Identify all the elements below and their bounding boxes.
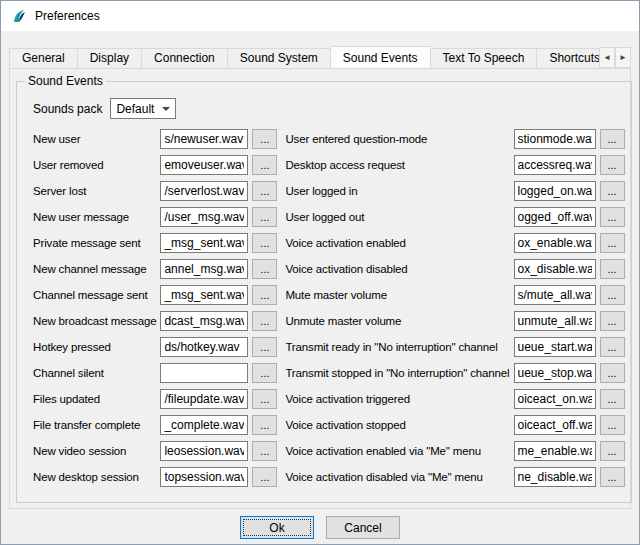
ok-button[interactable]: Ok [240,516,314,539]
browse-button[interactable]: ... [600,441,625,461]
sound-event-row: New desktop session... [33,467,277,487]
browse-button[interactable]: ... [600,155,625,175]
sound-file-input[interactable] [160,207,248,227]
browse-button[interactable]: ... [600,207,625,227]
sounds-pack-label: Sounds pack [33,102,102,116]
browse-button[interactable]: ... [252,181,277,201]
tab-text-to-speech[interactable]: Text To Speech [430,48,538,68]
browse-button[interactable]: ... [252,311,277,331]
sound-file-input[interactable] [514,363,596,383]
browse-button[interactable]: ... [600,363,625,383]
browse-button[interactable]: ... [600,311,625,331]
sound-events-grid: New user...User removed...Server lost...… [17,119,631,487]
tab-page-sound-events: Sound Events Sounds pack Default New use… [9,68,631,509]
browse-button[interactable]: ... [252,259,277,279]
events-column-right: User entered question-mode...Desktop acc… [285,129,624,487]
sound-file-input[interactable] [160,389,248,409]
sound-file-input[interactable] [514,155,596,175]
sound-file-input[interactable] [160,285,248,305]
sound-file-input[interactable] [514,441,596,461]
sound-file-input[interactable] [160,233,248,253]
browse-button[interactable]: ... [600,129,625,149]
browse-button[interactable]: ... [252,337,277,357]
tab-display[interactable]: Display [77,48,142,68]
event-label: Files updated [33,393,160,405]
sound-file-input[interactable] [514,207,596,227]
sound-file-input[interactable] [160,259,248,279]
sound-file-input[interactable] [160,441,248,461]
event-label: Channel silent [33,367,160,379]
sound-event-row: New channel message... [33,259,277,279]
sound-file-input[interactable] [514,181,596,201]
preferences-dialog: Preferences GeneralDisplayConnectionSoun… [0,0,640,545]
event-label: User logged out [285,211,513,223]
browse-button[interactable]: ... [600,233,625,253]
sound-file-input[interactable] [514,415,596,435]
event-label: New user message [33,211,160,223]
sound-file-input[interactable] [160,311,248,331]
browse-button[interactable]: ... [252,467,277,487]
sound-file-input[interactable] [160,155,248,175]
window-title: Preferences [35,9,100,23]
sound-file-input[interactable] [160,129,248,149]
dialog-button-row: Ok Cancel [1,509,639,545]
sound-file-input[interactable] [160,415,248,435]
event-label: Transmit ready in "No interruption" chan… [285,341,513,353]
tab-general[interactable]: General [9,48,78,68]
browse-button[interactable]: ... [600,337,625,357]
browse-button[interactable]: ... [252,155,277,175]
sound-file-input[interactable] [514,337,596,357]
sound-file-input[interactable] [514,129,596,149]
sound-file-input[interactable] [514,467,596,487]
event-label: User entered question-mode [285,133,513,145]
sound-file-input[interactable] [160,337,248,357]
browse-button[interactable]: ... [600,259,625,279]
sound-event-row: New user... [33,129,277,149]
browse-button[interactable]: ... [600,181,625,201]
browse-button[interactable]: ... [252,285,277,305]
browse-button[interactable]: ... [600,285,625,305]
tab-scroller: ◄ ► [599,47,631,68]
event-label: Voice activation triggered [285,393,513,405]
event-label: Voice activation stopped [285,419,513,431]
browse-button[interactable]: ... [600,415,625,435]
browse-button[interactable]: ... [252,389,277,409]
browse-button[interactable]: ... [252,207,277,227]
sound-event-row: Voice activation enabled... [285,233,624,253]
sound-file-input[interactable] [514,285,596,305]
sound-file-input[interactable] [160,363,248,383]
tab-scroll-right-button[interactable]: ► [615,47,631,68]
sound-file-input[interactable] [160,467,248,487]
sound-event-row: Hotkey pressed... [33,337,277,357]
event-label: New broadcast message [33,315,160,327]
tab-sound-events[interactable]: Sound Events [330,46,431,68]
tab-scroll-left-button[interactable]: ◄ [599,47,615,68]
browse-button[interactable]: ... [252,441,277,461]
sound-event-row: File transfer complete... [33,415,277,435]
sound-file-input[interactable] [514,233,596,253]
tab-sound-system[interactable]: Sound System [227,48,331,68]
browse-button[interactable]: ... [252,129,277,149]
event-label: Unmute master volume [285,315,513,327]
sounds-pack-combobox[interactable]: Default [110,98,176,119]
event-label: Voice activation enabled via "Me" menu [285,445,513,457]
sound-events-groupbox: Sound Events Sounds pack Default New use… [16,74,632,503]
sound-event-row: Transmit ready in "No interruption" chan… [285,337,624,357]
arrow-left-icon: ◄ [603,53,611,62]
sound-file-input[interactable] [514,259,596,279]
browse-button[interactable]: ... [252,415,277,435]
browse-button[interactable]: ... [252,363,277,383]
tab-connection[interactable]: Connection [141,48,228,68]
sound-event-row: User logged in... [285,181,624,201]
sound-file-input[interactable] [160,181,248,201]
sound-event-row: User removed... [33,155,277,175]
sound-file-input[interactable] [514,389,596,409]
sound-event-row: Voice activation triggered... [285,389,624,409]
event-label: Voice activation disabled [285,263,513,275]
sound-file-input[interactable] [514,311,596,331]
browse-button[interactable]: ... [600,467,625,487]
browse-button[interactable]: ... [252,233,277,253]
chevron-down-icon [162,107,170,111]
browse-button[interactable]: ... [600,389,625,409]
cancel-button[interactable]: Cancel [326,516,400,539]
